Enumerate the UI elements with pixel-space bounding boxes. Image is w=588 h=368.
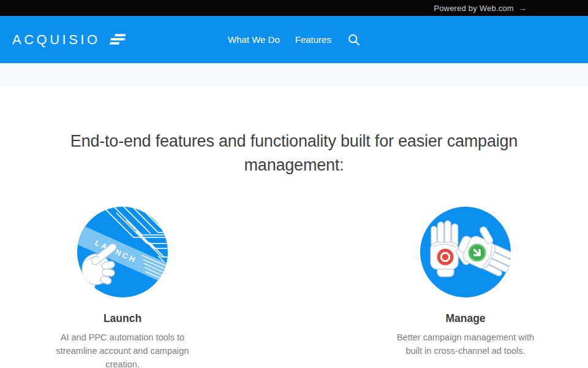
feature-title-manage: Manage [445,312,485,325]
search-icon [348,34,360,46]
nav-link-what-we-do[interactable]: What We Do [225,31,282,48]
manage-illustration-icon [420,207,511,297]
feature-manage: Manage Better campaign management with b… [380,207,551,368]
nav-link-features[interactable]: Features [293,31,334,48]
powered-by-label: Powered by Web.com [434,4,514,13]
page-title-line2: management: [40,153,548,177]
arrow-right-icon: → [518,3,527,13]
features-section: End-to-end features and functionality bu… [0,129,588,368]
powered-by-link[interactable]: Powered by Web.com → [434,3,527,13]
search-button[interactable] [345,31,363,48]
acquisio-logo[interactable]: ACQUISIO [12,16,126,63]
page-title-line1: End-to-end features and functionality bu… [40,129,548,153]
powered-by-bar: Powered by Web.com → [0,0,588,16]
feature-description-launch: AI and PPC automation tools to streamlin… [48,331,197,368]
features-row: LAUNCH Launch AI and PPC automation t [0,177,588,368]
feature-launch: LAUNCH Launch AI and PPC automation t [37,207,208,368]
logo-bars-icon [106,33,126,46]
page-title: End-to-end features and functionality bu… [40,129,548,177]
sub-band [0,63,588,86]
nav-menu: What We Do Features [225,31,363,48]
feature-description-manage: Better campaign management with built in… [391,331,540,358]
feature-title-launch: Launch [104,312,141,325]
logo-wordmark: ACQUISIO [12,33,100,47]
launch-illustration-icon: LAUNCH [77,207,168,297]
main-navbar: ACQUISIO What We Do Features [0,16,588,63]
